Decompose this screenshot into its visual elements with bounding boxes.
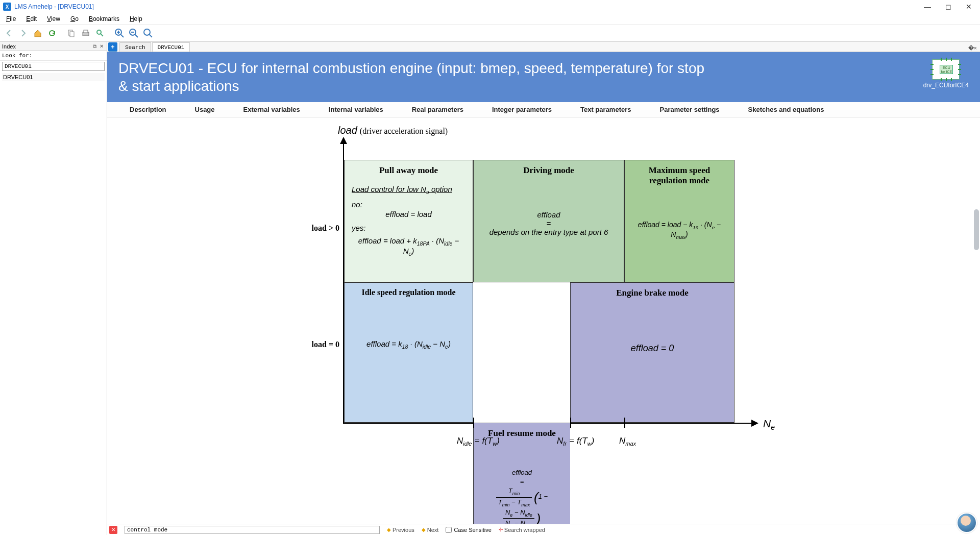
svg-rect-4 bbox=[84, 30, 88, 33]
sidebar-header: Index ⧉ ✕ bbox=[0, 42, 107, 51]
y-axis-label: load (driver acceleration signal) bbox=[338, 125, 448, 136]
find-button[interactable] bbox=[94, 27, 106, 39]
section-internal-variables[interactable]: Internal variables bbox=[314, 102, 398, 117]
x-tick-label-idle: Nidle = f(Tw) bbox=[457, 436, 500, 447]
find-input[interactable] bbox=[125, 526, 380, 534]
case-sensitive-checkbox[interactable]: Case Sensitive bbox=[446, 527, 491, 533]
cell-title: Driving mode bbox=[481, 165, 617, 176]
section-parameter-settings[interactable]: Parameter settings bbox=[646, 102, 734, 117]
find-close-button[interactable]: ✕ bbox=[109, 526, 117, 534]
svg-point-5 bbox=[97, 30, 101, 34]
cell-driving: Driving mode effload=depends on the entr… bbox=[473, 160, 624, 282]
scrollbar-thumb[interactable] bbox=[974, 209, 979, 250]
maximize-button[interactable]: ◻ bbox=[945, 3, 951, 11]
menu-view[interactable]: View bbox=[43, 14, 64, 23]
sidebar-header-label: Index bbox=[2, 43, 16, 50]
tabstrip-close-icon[interactable]: �× bbox=[968, 45, 980, 52]
section-sketches-equations[interactable]: Sketches and equations bbox=[734, 102, 839, 117]
sidebar-list: DRVECU01 bbox=[0, 72, 107, 535]
svg-rect-2 bbox=[70, 32, 74, 37]
home-button[interactable] bbox=[32, 27, 44, 39]
sidebar-undock-icon[interactable]: ⧉ bbox=[92, 43, 97, 50]
x-axis-label: Ne bbox=[763, 418, 775, 431]
cell-engine-brake: Engine brake mode effload = 0 bbox=[570, 282, 734, 423]
find-next-button[interactable]: ◆Next bbox=[422, 527, 439, 533]
menu-bookmarks[interactable]: Bookmarks bbox=[85, 14, 124, 23]
section-real-parameters[interactable]: Real parameters bbox=[398, 102, 478, 117]
menu-edit[interactable]: Edit bbox=[22, 14, 41, 23]
back-button[interactable] bbox=[3, 27, 15, 39]
section-integer-parameters[interactable]: Integer parameters bbox=[478, 102, 566, 117]
component-name-label: drv_ECUforICE4 bbox=[923, 82, 969, 89]
reload-button[interactable] bbox=[46, 27, 58, 39]
tab-drvecu01[interactable]: DRVECU01 bbox=[152, 42, 190, 52]
cell-idle-speed: Idle speed regulation mode effload = k18… bbox=[344, 282, 473, 423]
look-for-input[interactable] bbox=[2, 62, 105, 71]
page-title: DRVECU01 - ECU for internal combustion e… bbox=[118, 59, 705, 95]
sidebar-close-icon[interactable]: ✕ bbox=[99, 43, 105, 50]
section-description[interactable]: Description bbox=[115, 102, 181, 117]
find-previous-button[interactable]: ◆Previous bbox=[387, 527, 414, 533]
svg-line-8 bbox=[120, 34, 124, 37]
section-text-parameters[interactable]: Text parameters bbox=[566, 102, 645, 117]
x-tick-idle bbox=[473, 418, 474, 428]
x-axis-arrow-icon bbox=[751, 420, 758, 427]
print-button[interactable] bbox=[80, 27, 92, 39]
row-label-load-eq0: load = 0 bbox=[304, 340, 339, 349]
x-tick-max bbox=[624, 418, 625, 428]
x-tick-label-max: Nmax bbox=[619, 436, 636, 447]
x-tick-fr bbox=[570, 418, 571, 428]
row-label-load-gt0: load > 0 bbox=[304, 224, 339, 233]
cell-title: Idle speed regulation mode bbox=[352, 288, 465, 297]
look-for-label: Look for: bbox=[0, 51, 107, 61]
svg-line-6 bbox=[101, 34, 103, 36]
menubar: File Edit View Go Bookmarks Help bbox=[0, 13, 980, 25]
find-bar: ✕ ◆Previous ◆Next Case Sensitive ✢Search… bbox=[107, 524, 980, 535]
window-title: LMS Amehelp - [DRVECU01] bbox=[14, 3, 94, 10]
page-header: DRVECU01 - ECU for internal combustion e… bbox=[107, 52, 980, 102]
zoom-out-button[interactable] bbox=[128, 27, 140, 39]
cell-title: Pull away mode bbox=[352, 165, 465, 176]
x-tick-label-fr: Nfr = f(Tw) bbox=[557, 436, 594, 447]
cell-max-speed: Maximum speed regulation mode effload = … bbox=[624, 160, 734, 282]
cell-pull-away: Pull away mode Load control for low Ne o… bbox=[344, 160, 473, 282]
ecu-icon: ECUfor ICE bbox=[932, 59, 960, 80]
app-icon: X bbox=[3, 3, 11, 11]
sidebar-item-drvecu01[interactable]: DRVECU01 bbox=[2, 73, 105, 81]
section-tabs: Description Usage External variables Int… bbox=[107, 102, 980, 117]
find-wrap-indicator: ✢Search wrapped bbox=[499, 527, 545, 533]
sidebar: Index ⧉ ✕ Look for: DRVECU01 bbox=[0, 42, 107, 535]
titlebar: X LMS Amehelp - [DRVECU01] — ◻ ✕ bbox=[0, 0, 980, 13]
menu-help[interactable]: Help bbox=[126, 14, 146, 23]
toolbar bbox=[0, 25, 980, 42]
assistant-avatar-icon[interactable] bbox=[957, 513, 977, 533]
document-body[interactable]: load (driver acceleration signal) Ne loa… bbox=[107, 117, 980, 524]
zoom-in-button[interactable] bbox=[113, 27, 126, 39]
cell-title: Engine brake mode bbox=[578, 288, 727, 298]
menu-file[interactable]: File bbox=[2, 14, 20, 23]
section-external-variables[interactable]: External variables bbox=[229, 102, 314, 117]
forward-button[interactable] bbox=[17, 27, 30, 39]
svg-line-12 bbox=[135, 34, 138, 37]
minimize-button[interactable]: — bbox=[924, 3, 931, 11]
tab-search[interactable]: Search bbox=[119, 42, 151, 52]
section-usage[interactable]: Usage bbox=[181, 102, 229, 117]
menu-go[interactable]: Go bbox=[66, 14, 83, 23]
close-button[interactable]: ✕ bbox=[966, 3, 972, 11]
new-tab-button[interactable]: + bbox=[108, 42, 117, 52]
cell-title: Maximum speed regulation mode bbox=[632, 165, 727, 186]
tab-strip: + Search DRVECU01 �× bbox=[107, 42, 980, 52]
copy-button[interactable] bbox=[65, 27, 78, 39]
svg-line-15 bbox=[149, 34, 152, 37]
zoom-reset-button[interactable] bbox=[142, 27, 154, 39]
